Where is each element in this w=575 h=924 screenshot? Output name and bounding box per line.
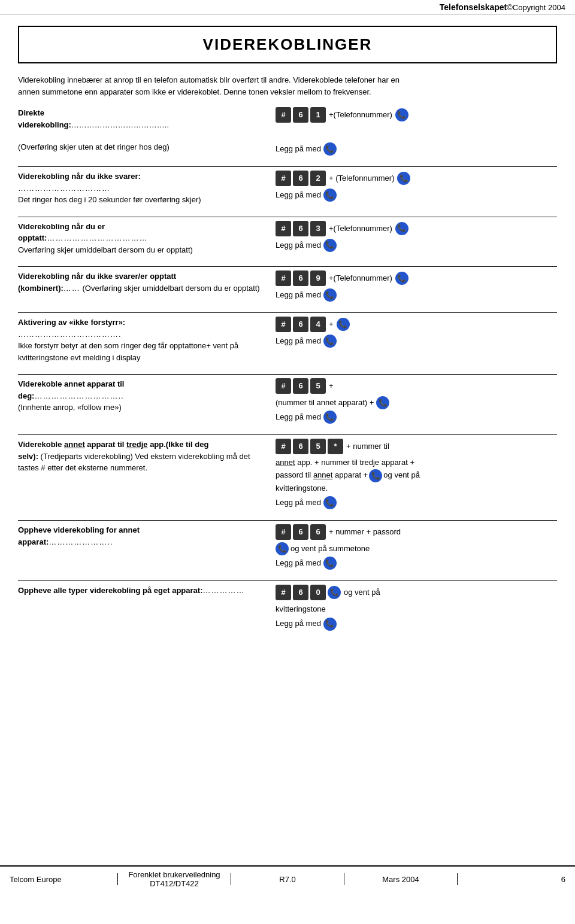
key-6-2: 6: [293, 171, 308, 186]
key-6-0: 6: [293, 585, 308, 600]
footer-version: R7.0: [236, 875, 339, 884]
page-title-box: VIDEREKOBLINGER: [18, 26, 557, 63]
section-ikke-svarer-right: # 6 2 + (Telefonnummer) 📞 Legg på med 📞: [276, 171, 557, 202]
section-forstyrr-right: # 6 4 + 📞 Legg på med 📞: [276, 317, 557, 348]
direkte-keyseq: # 6 1 +(Telefonnummer) 📞: [276, 107, 557, 123]
ikke-svarer-keyseq: # 6 2 + (Telefonnummer) 📞: [276, 171, 557, 186]
key-hash-5: #: [276, 378, 291, 394]
plus-telefon: +(Telefonnummer): [329, 108, 392, 121]
opptatt-keyseq: # 6 3 +(Telefonnummer) 📞: [276, 221, 557, 236]
key-6-4: 6: [293, 317, 308, 332]
plus-telefon-9: +(Telefonnummer): [329, 272, 392, 285]
tredje-complex: annet app. + nummer til tredje apparat +…: [276, 457, 557, 495]
legg-pa-text-66: Legg på med: [276, 557, 321, 570]
divider-3: [18, 266, 557, 267]
key-hash-3: #: [276, 221, 291, 236]
kombinert-keyseq: # 6 9 +(Telefonnummer) 📞: [276, 270, 557, 286]
oppheve-annet-keyseq: # 6 6 + nummer + passord: [276, 524, 557, 540]
key-6: 6: [293, 107, 308, 123]
annet-extra: (Innhente anrop, «follow me»): [18, 403, 122, 412]
section-kombinert-right: # 6 9 +(Telefonnummer) 📞 Legg på med 📞: [276, 270, 557, 302]
divider-7: [18, 520, 557, 521]
key-0: 0: [310, 585, 326, 600]
key-4: 4: [310, 317, 326, 332]
section-tredje: Viderekoble annet apparat til tredje app…: [18, 439, 557, 509]
phone-icon-0: 📞: [328, 586, 341, 599]
legg-pa-4: Legg på med 📞: [276, 335, 557, 348]
copyright-text: ©Copyright 2004: [507, 3, 565, 12]
plus-tredje: + nummer til: [346, 440, 389, 453]
annet-dots: …………………………..: [34, 391, 123, 400]
phone-icon-legg9: 📞: [323, 288, 337, 302]
key-6-3: 6: [293, 221, 308, 236]
legg-pa-text-3: Legg på med: [276, 239, 321, 252]
key-5s: 5: [310, 439, 326, 454]
plus-phone-4: +: [329, 318, 334, 331]
oppheve-eget-line2: kvitteringstone: [276, 603, 557, 616]
section-direkte-left: Direkteviderekobling:………………………………..: [18, 107, 276, 130]
divider-8: [18, 580, 557, 581]
footer-divider3: [344, 873, 344, 885]
legg-pa-3: Legg på med 📞: [276, 239, 557, 252]
key-hash-5s: #: [276, 439, 291, 454]
ikke-svarer-dots: ……………………………: [18, 184, 110, 193]
oppheve-annet-line2: 📞 og vent på summetone: [276, 542, 557, 555]
section-tredje-left: Viderekoble annet apparat til tredje app…: [18, 439, 276, 474]
legg-pa-text-5: Legg på med: [276, 411, 321, 424]
section-direkte-right: # 6 1 +(Telefonnummer) 📞: [276, 107, 557, 125]
divider-6: [18, 434, 557, 435]
key-6-9: 6: [293, 270, 308, 286]
section-ikke-svarer-left: Viderekobling når du ikke svarer: …………………: [18, 171, 276, 206]
legg-pa-0: Legg på med 📞: [276, 617, 557, 630]
phone-icon-tredje: 📞: [369, 469, 382, 482]
phone-icon-66-prefix: 📞: [276, 542, 289, 555]
direkte-dots: ………………………………..: [71, 120, 169, 129]
section-annet-apparat: Viderekoble annet apparat tildeg:……………………: [18, 378, 557, 424]
plus-66: + nummer + passord: [329, 525, 401, 539]
intro-line1: Viderekobling innebærer at anrop til en …: [18, 75, 400, 84]
divider-4: [18, 312, 557, 313]
overfort-text: (Overføring skjer uten at det ringer hos…: [18, 142, 170, 151]
kombinert-dots: ……: [63, 284, 80, 293]
legg-pa-1: Legg på med 📞: [276, 142, 557, 156]
forstyrr-label: Aktivering av «ikke forstyrr»:: [18, 318, 125, 327]
phone-icon-legg1: 📞: [323, 142, 337, 156]
page-footer: Telcom Europe Forenklet brukerveiledning…: [0, 865, 575, 924]
key-hash-66: #: [276, 524, 291, 540]
key-star: *: [328, 439, 343, 454]
oppheve-annet-line2-text: og vent på summetone: [290, 542, 370, 555]
footer-manual: Forenklet brukerveiledning DT412/DT422: [123, 870, 226, 888]
og-vent-0: og vent på: [344, 586, 380, 599]
key-5: 5: [310, 378, 326, 394]
legg-pa-5: Legg på med 📞: [276, 411, 557, 424]
legg-pa-text-2: Legg på med: [276, 189, 321, 202]
divider-5: [18, 374, 557, 375]
legg-pa-text-1: Legg på med: [276, 142, 321, 156]
key-1: 1: [310, 107, 326, 123]
page-title: VIDEREKOBLINGER: [19, 35, 556, 54]
key-hash-2: #: [276, 171, 291, 186]
direkte-label: Direkteviderekobling:: [18, 108, 71, 129]
section-opptatt-right: # 6 3 +(Telefonnummer) 📞 Legg på med 📞: [276, 221, 557, 252]
phone-icon: 📞: [395, 108, 408, 121]
kvittering-0: kvitteringstone: [276, 604, 326, 613]
section-oppheve-annet: Oppheve viderekobling for annetapparat:……: [18, 524, 557, 570]
key-9: 9: [310, 270, 326, 286]
tredje-extra: (Tredjeparts viderekobling) Ved ekstern …: [18, 452, 250, 473]
legg-pa-text-4: Legg på med: [276, 335, 321, 348]
legg-pa-2: Legg på med 📞: [276, 189, 557, 202]
intro-text: Viderekobling innebærer at anrop til en …: [18, 74, 557, 98]
footer-divider4: [457, 873, 458, 885]
footer-page: 6: [462, 875, 565, 884]
phone-icon-legg-tredje: 📞: [323, 496, 337, 509]
section-overfort-left: (Overføring skjer uten at det ringer hos…: [18, 141, 276, 153]
phone-icon-legg4: 📞: [323, 335, 337, 348]
key-3: 3: [310, 221, 326, 236]
section-kombinert: Viderekobling når du ikke svarer/er oppt…: [18, 270, 557, 302]
key-6-66: 6: [293, 524, 308, 540]
section-opptatt-left: Viderekobling når du eropptatt:…………………………: [18, 221, 276, 256]
divider-2: [18, 217, 557, 217]
tredje-annet: annet: [276, 458, 295, 467]
key-hash: #: [276, 107, 291, 123]
oppheve-annet-dots: …………………..: [49, 537, 113, 546]
